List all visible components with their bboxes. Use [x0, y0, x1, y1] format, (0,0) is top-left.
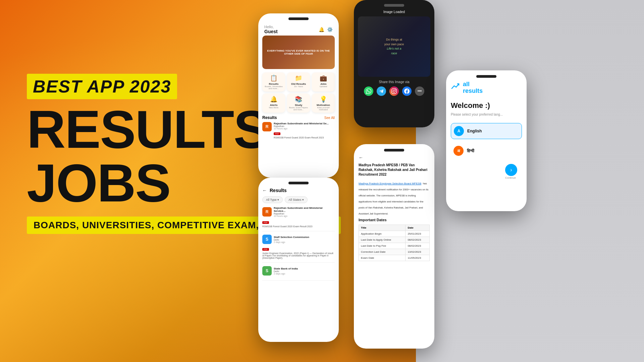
results-label: Results: [264, 82, 284, 85]
language-option-hindi[interactable]: अ हिन्दी: [451, 143, 522, 159]
phone2-item-0[interactable]: R Rajasthan Subordinate and Ministerial …: [262, 206, 335, 231]
phone2-item-1-desc: Junior Engineer Examination, 2022 (Paper…: [262, 252, 335, 259]
filter-type[interactable]: All Type ▾: [262, 196, 283, 203]
phone2-back-button[interactable]: ←: [262, 188, 267, 193]
phone1-header: Hello, Guest 🔔 ⚙️: [262, 23, 335, 36]
phone2-item-0-desc: RSMSSB Forest Guard 2020 Exam Result 202…: [262, 225, 335, 228]
phone3-container: Image Loaded Do things at your own pace …: [354, 0, 434, 127]
table-cell: Last Date to Apply Online: [359, 237, 406, 243]
grid-item-motivation[interactable]: 💡 Motivation Keep yourselfmotivated: [312, 94, 335, 113]
old-results-label: Old Results: [288, 82, 309, 85]
old-results-icon: 📁: [288, 74, 309, 82]
table-cell: 08/02/2023: [406, 243, 430, 249]
phone1-notch: [288, 17, 309, 20]
alerts-sub: New Alerts: [264, 107, 284, 109]
phone2-item-1-pdf: PDF: [262, 248, 269, 251]
table-cell: Application Begin: [359, 231, 406, 237]
phone1-greeting: Hello,: [264, 25, 278, 29]
telegram-share-icon[interactable]: [377, 86, 386, 96]
phone3-quote-line4: race: [391, 52, 397, 55]
logo-chart-icon: [451, 82, 461, 94]
table-row: Last Date to Pay Fee 08/02/2023: [359, 243, 430, 249]
table-cell: Exam Date: [359, 255, 406, 261]
phone1-result-item[interactable]: R Rajasthan Subordinate and Ministerial …: [262, 122, 335, 139]
phone5-notch: [476, 75, 496, 78]
phone4-dates-table: Title Date Application Begin 25/01/2023 …: [359, 225, 430, 261]
phone5-welcome: Welcome :): [451, 101, 522, 110]
table-header-date: Date: [406, 225, 430, 231]
phone1-grid: 📋 Results Boards, Universitiesand more..…: [262, 72, 335, 113]
phone2-container: ← Results All Type ▾ All States ▾ R Raja…: [258, 178, 339, 342]
phone2-item-0-state: Rajasthan: [274, 213, 335, 215]
phone4-link[interactable]: Madhya Pradesh Employee Selection Board …: [359, 182, 421, 185]
phone4-container: ← Madhya Pradesh MPESB / PEB Van Rakshak…: [354, 144, 434, 349]
phone1-result-desc: RSMSSB Forest Guard 2020 Exam Result 202…: [274, 136, 335, 139]
table-cell: 11/05/2023: [406, 255, 430, 261]
phone5-container: allresults Welcome :) Please select your…: [446, 70, 527, 211]
table-row: Last Date to Apply Online 08/02/2023: [359, 237, 430, 243]
phone1-section-header: Results See All: [262, 115, 335, 120]
table-cell: 13/02/2023: [406, 249, 430, 255]
whatsapp-share-icon[interactable]: [364, 86, 373, 96]
phone5-subtitle: Please select your preferred lang...: [451, 113, 522, 116]
phone2-item-2-title: State Bank of India: [274, 267, 335, 270]
english-lang-circle: A: [454, 126, 464, 136]
phone2-item-2-info: State Bank of India Delhi 2 days ago: [274, 267, 335, 275]
phone2-item-2-header: S State Bank of India Delhi 2 days ago: [262, 266, 335, 276]
phone3-quote: Do things at your own pace Life's not a …: [381, 34, 408, 59]
facebook-share-icon[interactable]: [402, 86, 412, 96]
phone1-see-all[interactable]: See All: [324, 116, 335, 120]
table-row: Exam Date 11/05/2023: [359, 255, 430, 261]
grid-item-results[interactable]: 📋 Results Boards, Universitiesand more..…: [262, 72, 285, 92]
phone3-status: Image Loaded: [358, 10, 430, 14]
phone3-quote-line3: Life's not a: [387, 47, 401, 50]
phone2-item-1[interactable]: S Staff Selection Commission Delhi 2 day…: [262, 235, 335, 263]
phone1-section-title: Results: [262, 115, 277, 120]
continue-label: Continue: [505, 176, 516, 179]
phone2-header: ← Results: [262, 188, 335, 193]
phone2-item-0-info: Rajasthan Subordinate and Ministerial Se…: [274, 206, 335, 217]
phone1-user: Guest: [264, 29, 278, 34]
table-cell: 25/01/2023: [406, 231, 430, 237]
results-sub: Boards, Universitiesand more...: [264, 85, 284, 89]
table-cell: 08/02/2023: [406, 237, 430, 243]
hindi-lang-name: हिन्दी: [467, 148, 474, 153]
language-option-english[interactable]: A English: [451, 123, 522, 139]
phone3-share-text: Share this Image via: [358, 80, 430, 84]
phone2-item-0-pdf: PDF: [262, 221, 269, 224]
settings-icon[interactable]: ⚙️: [327, 27, 333, 32]
phone4-body: has released the recruitment notificatio…: [359, 182, 428, 215]
filter-states[interactable]: All States ▾: [285, 196, 308, 203]
phone1-result-title: Rajasthan Subordinate and Ministerial Se…: [274, 122, 335, 125]
phone2-notch: [288, 182, 309, 184]
grid-item-jobs[interactable]: 💼 Jobs Updated: [312, 72, 335, 92]
phone2-item-0-title: Rajasthan Subordinate and Ministerial Se…: [274, 206, 335, 213]
phone1-banner-text: EVERYTHING YOU'VE EVER WANTED IS ON THE …: [262, 47, 335, 58]
phone3-image-area: Do things at your own pace Life's not a …: [358, 16, 430, 77]
continue-button[interactable]: ›: [505, 164, 517, 176]
jobs-icon: 💼: [313, 74, 333, 82]
phone2-item-0-time: 10 hours ago: [274, 215, 335, 217]
phone3-notch: [384, 4, 404, 7]
phone2-item-2-avatar: S: [262, 266, 272, 276]
study-label: Study: [288, 104, 309, 107]
study-sub: Books, Exam Papersand more...: [288, 107, 309, 111]
more-share-icon[interactable]: •••: [415, 86, 424, 96]
phone3-quote-line2: your own pace: [384, 43, 404, 46]
phone4-back-button[interactable]: ←: [359, 155, 430, 160]
phone2-item-2[interactable]: S State Bank of India Delhi 2 days ago: [262, 266, 335, 281]
grid-item-old-results[interactable]: 📁 Old Results 10+ Years: [287, 72, 310, 92]
grid-item-study[interactable]: 📚 Study Books, Exam Papersand more...: [287, 94, 310, 113]
motivation-sub: Keep yourselfmotivated: [313, 107, 333, 111]
jobs-sub: Updated: [313, 85, 333, 87]
bell-icon[interactable]: 🔔: [319, 27, 324, 32]
pdf-badge: PDF: [274, 132, 280, 135]
phone4-important-title: Important Dates: [359, 218, 430, 222]
table-row: Application Begin 25/01/2023: [359, 231, 430, 237]
phone2-item-0-avatar: R: [262, 207, 272, 217]
phone3-quote-line1: Do things at: [386, 38, 402, 41]
grid-item-alerts[interactable]: 🔔 Alerts New Alerts: [262, 94, 285, 113]
instagram-share-icon[interactable]: [389, 86, 399, 96]
phone2-item-2-state: Delhi: [274, 270, 335, 273]
phone2-item-0-header: R Rajasthan Subordinate and Ministerial …: [262, 206, 335, 217]
